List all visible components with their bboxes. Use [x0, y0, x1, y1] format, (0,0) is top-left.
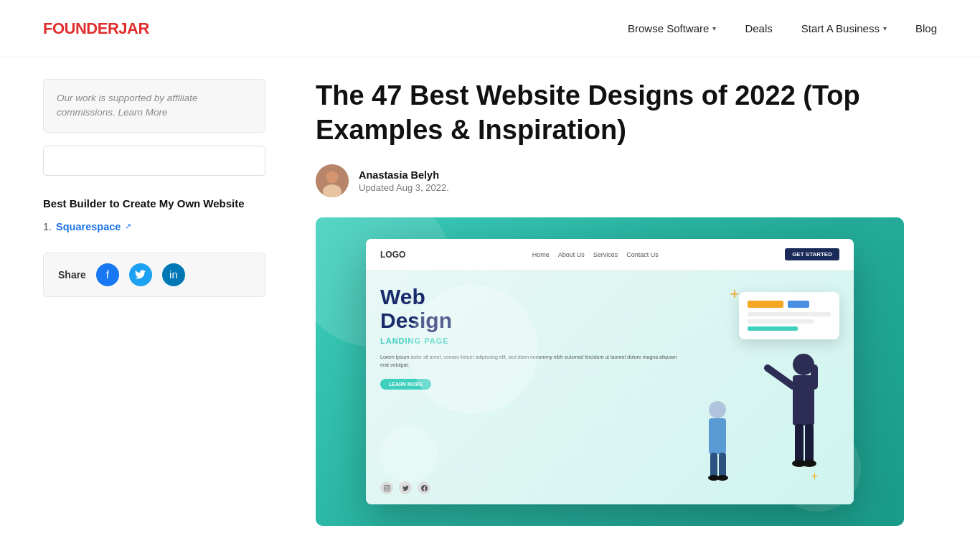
- author-info: Anastasia Belyh Updated Aug 3, 2022.: [359, 169, 449, 193]
- mockup-body: + + Web Design LANDING PAGE Lorem ipsum …: [366, 270, 854, 504]
- main-content: The 47 Best Website Designs of 2022 (Top…: [287, 57, 904, 547]
- site-header: FOUNDERJAR Browse Software ▾ Deals Start…: [0, 0, 980, 57]
- instagram-icon: [380, 481, 393, 494]
- twitter-share-button[interactable]: [129, 263, 152, 286]
- nav-blog[interactable]: Blog: [915, 22, 937, 34]
- nav-deals[interactable]: Deals: [745, 22, 772, 34]
- author-row: Anastasia Belyh Updated Aug 3, 2022.: [316, 164, 904, 197]
- affiliate-notice: Our work is supported by affiliate commi…: [43, 79, 265, 133]
- hero-image-inner: LOGO Home About Us Services Contact Us G…: [316, 217, 904, 526]
- svg-point-3: [326, 171, 338, 183]
- avatar: [316, 164, 349, 197]
- list-item-number: 1.: [43, 221, 52, 232]
- sidebar: Our work is supported by affiliate commi…: [43, 57, 287, 547]
- mockup-right-panel: [696, 285, 839, 490]
- linkedin-share-button[interactable]: in: [162, 263, 185, 286]
- hero-image: LOGO Home About Us Services Contact Us G…: [316, 217, 904, 526]
- person-figure: [760, 347, 825, 490]
- squarespace-link[interactable]: Squarespace: [56, 221, 121, 232]
- page-body: Our work is supported by affiliate commi…: [0, 57, 980, 547]
- twitter-icon: [399, 481, 412, 494]
- mockup-browser: LOGO Home About Us Services Contact Us G…: [366, 239, 854, 504]
- svg-point-11: [802, 460, 816, 467]
- svg-rect-9: [805, 424, 814, 463]
- chevron-down-icon: ▾: [712, 24, 716, 32]
- article-title: The 47 Best Website Designs of 2022 (Top…: [316, 79, 904, 147]
- svg-line-6: [768, 368, 793, 386]
- mockup-nav-services: Services: [593, 251, 618, 258]
- svg-point-12: [709, 401, 726, 418]
- logo-second: JAR: [118, 19, 149, 37]
- mockup-cta-button: GET STARTED: [785, 248, 839, 260]
- share-box: Share f in: [43, 253, 265, 297]
- sidebar-list: 1. Squarespace ↗: [43, 221, 265, 232]
- sidebar-widget-title: Best Builder to Create My Own Website: [43, 196, 265, 211]
- svg-rect-13: [709, 418, 726, 454]
- mockup-card: [739, 292, 839, 339]
- main-nav: Browse Software ▾ Deals Start A Business…: [628, 22, 937, 34]
- mockup-nav-contact: Contact Us: [626, 251, 659, 258]
- svg-rect-14: [710, 453, 717, 478]
- facebook-icon: [418, 481, 430, 494]
- mockup-nav-about: About Us: [558, 251, 585, 258]
- share-label: Share: [58, 269, 86, 281]
- svg-point-17: [717, 475, 728, 481]
- mockup-footer-icons: [380, 481, 430, 494]
- external-link-icon: ↗: [125, 222, 131, 231]
- facebook-share-button[interactable]: f: [96, 263, 119, 286]
- svg-rect-8: [795, 424, 804, 463]
- author-date: Updated Aug 3, 2022.: [359, 182, 449, 193]
- mockup-nav-links: Home About Us Services Contact Us: [532, 251, 659, 258]
- person-figure-small: [696, 397, 739, 490]
- search-input[interactable]: [43, 146, 265, 176]
- nav-browse-software[interactable]: Browse Software ▾: [628, 22, 716, 34]
- list-item: 1. Squarespace ↗: [43, 221, 265, 232]
- author-name: Anastasia Belyh: [359, 169, 449, 181]
- mockup-nav: LOGO Home About Us Services Contact Us G…: [366, 239, 854, 270]
- svg-rect-15: [719, 453, 726, 478]
- mockup-nav-home: Home: [532, 251, 550, 258]
- mockup-logo: LOGO: [380, 250, 405, 260]
- nav-start-business[interactable]: Start A Business ▾: [801, 22, 887, 34]
- logo-first: FOUNDER: [43, 19, 118, 37]
- chevron-down-icon: ▾: [883, 24, 887, 32]
- avatar-image: [316, 164, 349, 197]
- site-logo[interactable]: FOUNDERJAR: [43, 19, 149, 38]
